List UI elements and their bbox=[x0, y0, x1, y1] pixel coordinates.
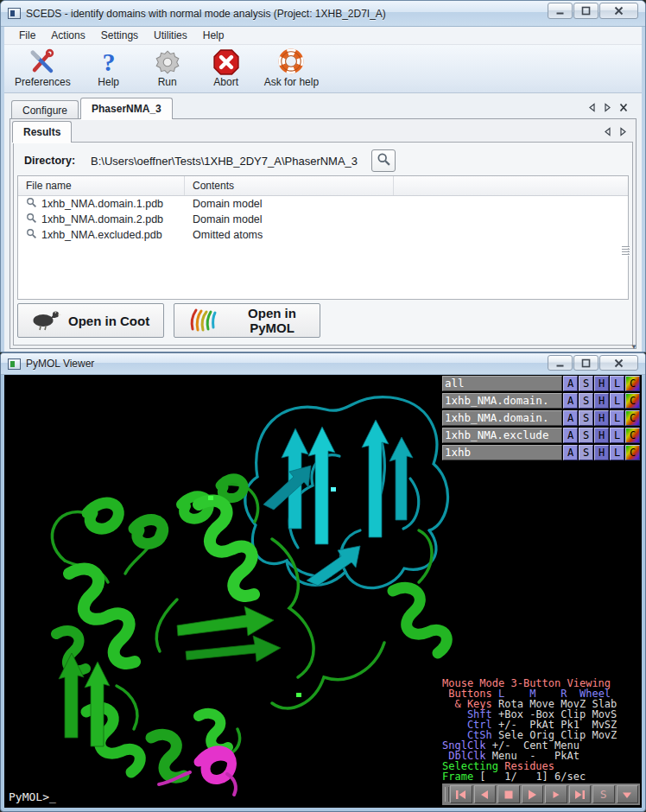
object-button-l[interactable]: L bbox=[610, 410, 624, 426]
object-button-h[interactable]: H bbox=[594, 393, 609, 409]
toolbar-run[interactable]: Run bbox=[147, 48, 188, 88]
abort-icon bbox=[212, 48, 240, 76]
sceds-window: SCEDS - identify domains with normal mod… bbox=[0, 0, 646, 352]
object-button-c[interactable]: C bbox=[625, 393, 640, 409]
playback-skip-end-button[interactable] bbox=[569, 785, 592, 803]
object-name[interactable]: 1xhb_NMA.domain. bbox=[442, 410, 562, 426]
open-in-pymol-button[interactable]: Open in PyMOL bbox=[174, 303, 320, 338]
directory-row: Directory: B:\Users\oeffner\Tests\1XHB_2… bbox=[24, 149, 396, 172]
browse-directory-button[interactable] bbox=[371, 149, 396, 172]
object-button-s[interactable]: S bbox=[579, 376, 593, 391]
object-button-a[interactable]: A bbox=[563, 393, 578, 409]
file-name-text: 1xhb_NMA.domain.2.pdb bbox=[41, 213, 163, 225]
object-button-a[interactable]: A bbox=[563, 376, 578, 391]
object-row: 1xhb_NMA.excludeASHLC bbox=[442, 428, 640, 443]
object-name[interactable]: 1xhb_NMA.domain. bbox=[442, 393, 562, 409]
sceds-maximize-button[interactable] bbox=[573, 3, 598, 19]
scroll-down-icon[interactable]: ▼ bbox=[630, 343, 637, 351]
object-button-h[interactable]: H bbox=[594, 445, 609, 460]
object-name[interactable]: all bbox=[442, 376, 562, 391]
pymol-minimize-button[interactable] bbox=[548, 355, 573, 371]
playback-down-button[interactable] bbox=[617, 785, 639, 803]
object-button-h[interactable]: H bbox=[594, 428, 609, 443]
object-button-l[interactable]: L bbox=[610, 376, 624, 391]
search-icon bbox=[377, 152, 391, 170]
object-button-c[interactable]: C bbox=[625, 428, 640, 443]
tab-close-icon[interactable] bbox=[619, 103, 628, 112]
sceds-minimize-button[interactable] bbox=[548, 3, 573, 19]
pymol-app-icon bbox=[8, 358, 21, 370]
object-button-h[interactable]: H bbox=[594, 410, 609, 426]
tab-right-icon[interactable] bbox=[604, 103, 611, 112]
object-button-l[interactable]: L bbox=[610, 445, 624, 460]
pymol-titlebar[interactable]: PyMOL Viewer bbox=[1, 353, 645, 375]
object-button-a[interactable]: A bbox=[563, 410, 578, 426]
pymol-icon bbox=[187, 306, 218, 336]
object-button-s[interactable]: S bbox=[579, 445, 593, 460]
object-button-s[interactable]: S bbox=[579, 428, 593, 443]
pymol-viewport[interactable]: allASHLC1xhb_NMA.domain.ASHLC1xhb_NMA.do… bbox=[4, 375, 642, 808]
playback-s-label-button[interactable]: S bbox=[592, 785, 615, 803]
toolbar-preferences[interactable]: Preferences bbox=[15, 48, 71, 88]
svg-text:?: ? bbox=[102, 48, 115, 76]
table-row[interactable]: 1xhb_NMA.domain.2.pdbDomain model bbox=[18, 212, 628, 227]
object-button-a[interactable]: A bbox=[563, 428, 578, 443]
open-in-coot-button[interactable]: Open in Coot bbox=[17, 303, 164, 338]
toolbar-label-abort: Abort bbox=[213, 76, 238, 88]
playback-skip-start-button[interactable] bbox=[450, 785, 472, 803]
playback-step-back-button[interactable] bbox=[474, 785, 497, 803]
tab-nav-controls bbox=[588, 103, 628, 112]
object-button-h[interactable]: H bbox=[594, 376, 609, 391]
tab-left-icon[interactable] bbox=[604, 127, 611, 136]
object-button-s[interactable]: S bbox=[579, 410, 593, 426]
pymol-window-title: PyMOL Viewer bbox=[26, 358, 94, 370]
menu-settings[interactable]: Settings bbox=[93, 28, 146, 43]
table-row[interactable]: 1xhb_NMA.excluded.pdbOmitted atoms bbox=[18, 227, 628, 243]
object-button-s[interactable]: S bbox=[579, 393, 593, 409]
action-button-row: Open in CootOpen in PyMOL bbox=[17, 303, 320, 338]
object-button-c[interactable]: C bbox=[625, 376, 640, 391]
sceds-close-button[interactable] bbox=[599, 3, 638, 19]
files-table: File nameContents 1xhb_NMA.domain.1.pdbD… bbox=[17, 175, 629, 300]
object-button-l[interactable]: L bbox=[610, 428, 624, 443]
main-tabs: ConfigurePhaserNMA_3 bbox=[11, 98, 174, 119]
tab-configure[interactable]: Configure bbox=[11, 100, 79, 119]
object-button-c[interactable]: C bbox=[625, 410, 640, 426]
playback-stop-button[interactable] bbox=[497, 785, 520, 803]
file-name-text: 1xhb_NMA.domain.1.pdb bbox=[41, 198, 163, 210]
pymol-maximize-button[interactable] bbox=[573, 355, 598, 371]
column-header-empty[interactable] bbox=[394, 176, 628, 195]
toolbar-label-help: Help bbox=[98, 76, 119, 88]
pymol-close-button[interactable] bbox=[599, 355, 638, 371]
menu-utilities[interactable]: Utilities bbox=[146, 28, 195, 43]
pymol-prompt[interactable]: PyMOL>_ bbox=[9, 790, 56, 803]
tab-phasernma-3[interactable]: PhaserNMA_3 bbox=[80, 98, 173, 119]
tab-right-icon[interactable] bbox=[619, 127, 627, 136]
menu-file[interactable]: File bbox=[11, 28, 43, 43]
column-header-contents[interactable]: Contents bbox=[185, 176, 394, 195]
pymol-window: PyMOL Viewer bbox=[0, 352, 646, 812]
subtab-nav-controls bbox=[604, 127, 627, 136]
sceds-window-controls bbox=[548, 3, 638, 19]
menu-help[interactable]: Help bbox=[195, 28, 232, 43]
object-name[interactable]: 1xhb bbox=[442, 445, 562, 460]
object-name[interactable]: 1xhb_NMA.exclude bbox=[442, 428, 562, 443]
toolbar-ask-for-help[interactable]: Ask for help bbox=[264, 48, 319, 88]
toolbar-abort[interactable]: Abort bbox=[206, 48, 247, 88]
playback-step-forward-button[interactable] bbox=[545, 785, 567, 803]
tab-left-icon[interactable] bbox=[588, 103, 596, 112]
playback-play-button[interactable] bbox=[522, 785, 544, 803]
menu-actions[interactable]: Actions bbox=[43, 28, 92, 43]
table-row[interactable]: 1xhb_NMA.domain.1.pdbDomain model bbox=[18, 196, 628, 212]
subtab-results[interactable]: Results bbox=[12, 121, 72, 143]
object-button-c[interactable]: C bbox=[625, 445, 640, 460]
sceds-titlebar[interactable]: SCEDS - identify domains with normal mod… bbox=[1, 1, 645, 27]
object-button-l[interactable]: L bbox=[610, 393, 624, 409]
object-button-a[interactable]: A bbox=[563, 445, 578, 460]
column-header-file-name[interactable]: File name bbox=[18, 176, 185, 195]
toolbar-help[interactable]: ?Help bbox=[88, 48, 130, 88]
sub-tabs: Results bbox=[12, 122, 73, 143]
action-button-label: Open in PyMOL bbox=[225, 306, 320, 335]
splitter-grip[interactable] bbox=[622, 244, 630, 257]
gear-icon bbox=[154, 48, 181, 76]
